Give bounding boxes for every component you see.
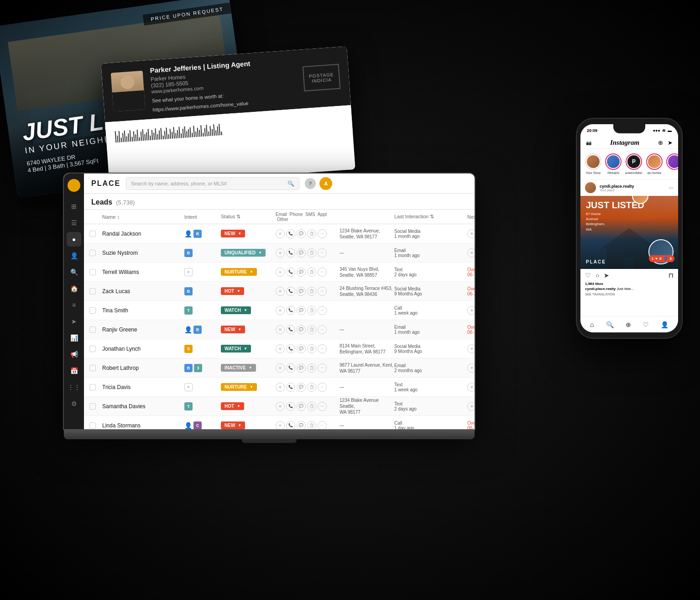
- appt-icon[interactable]: 📋: [307, 421, 316, 430]
- other-icon[interactable]: ···: [318, 268, 327, 277]
- row-checkbox[interactable]: [89, 307, 102, 314]
- phone-icon[interactable]: 📞: [286, 344, 295, 353]
- add-task[interactable]: +: [467, 363, 475, 373]
- lead-name[interactable]: Tricia Davis: [102, 384, 184, 390]
- other-icon[interactable]: ···: [318, 402, 327, 411]
- lead-status[interactable]: INACTIVE ▼: [221, 364, 276, 372]
- ig-nav-home[interactable]: ⌂: [590, 321, 594, 328]
- sidebar-icon-megaphone[interactable]: 📢: [67, 347, 81, 362]
- row-checkbox[interactable]: [89, 422, 102, 429]
- appt-icon[interactable]: 📋: [307, 306, 316, 315]
- row-checkbox[interactable]: [89, 231, 102, 237]
- sidebar-icon-list[interactable]: ≡: [67, 298, 81, 312]
- phone-icon[interactable]: 📞: [286, 229, 295, 238]
- email-icon[interactable]: ☺: [276, 325, 285, 334]
- sms-icon[interactable]: 💬: [297, 268, 306, 277]
- other-icon[interactable]: ···: [318, 363, 327, 373]
- col-name[interactable]: Name ↕: [102, 214, 184, 220]
- sms-icon[interactable]: 💬: [297, 287, 306, 296]
- lead-status[interactable]: HOT ▼: [221, 287, 276, 295]
- appt-icon[interactable]: 📋: [307, 363, 316, 373]
- lead-status[interactable]: HOT ▼: [221, 402, 276, 410]
- phone-icon[interactable]: 📞: [286, 248, 295, 258]
- col-status[interactable]: Status ⇅: [221, 214, 276, 220]
- phone-icon[interactable]: 📞: [286, 421, 295, 430]
- sms-icon[interactable]: 💬: [297, 363, 306, 373]
- row-checkbox[interactable]: [89, 365, 102, 371]
- other-icon[interactable]: ···: [318, 383, 327, 392]
- sms-icon[interactable]: 💬: [297, 229, 306, 238]
- ig-nav-search[interactable]: 🔍: [606, 321, 614, 328]
- sidebar-icon-settings[interactable]: ⚙: [67, 396, 81, 411]
- story-2[interactable]: P powerofplace: [625, 153, 643, 174]
- add-task[interactable]: +: [467, 402, 475, 411]
- your-story[interactable]: Your Story: [585, 153, 601, 174]
- row-checkbox[interactable]: [89, 384, 102, 390]
- lead-status[interactable]: NURTURE ▼: [221, 268, 276, 276]
- story-4[interactable]: [666, 153, 678, 174]
- appt-icon[interactable]: 📋: [307, 344, 316, 353]
- sidebar-icon-doc[interactable]: ☰: [67, 216, 81, 230]
- email-icon[interactable]: ☺: [276, 421, 285, 430]
- add-task[interactable]: +: [467, 248, 475, 258]
- phone-icon[interactable]: 📞: [286, 268, 295, 277]
- story-1[interactable]: #thegirls: [605, 153, 622, 174]
- lead-name[interactable]: Randal Jackson: [102, 231, 184, 237]
- email-icon[interactable]: ☺: [276, 248, 285, 258]
- lead-status[interactable]: NURTURE ▼: [221, 383, 276, 391]
- add-task[interactable]: +: [467, 344, 475, 353]
- sidebar-icon-grid[interactable]: ⊞: [67, 199, 81, 214]
- add-task[interactable]: +: [467, 383, 475, 392]
- sidebar-icon-person[interactable]: 👤: [67, 248, 81, 263]
- sms-icon[interactable]: 💬: [297, 402, 306, 411]
- sidebar-icon-search[interactable]: 🔍: [67, 265, 81, 279]
- row-checkbox[interactable]: [89, 250, 102, 256]
- help-button[interactable]: ?: [305, 178, 316, 189]
- email-icon[interactable]: ☺: [276, 383, 285, 392]
- see-translation[interactable]: SEE TRANSLATION: [580, 293, 678, 298]
- appt-icon[interactable]: 📋: [307, 325, 316, 334]
- other-icon[interactable]: ···: [318, 306, 327, 315]
- row-checkbox[interactable]: [89, 403, 102, 410]
- row-checkbox[interactable]: [89, 269, 102, 275]
- sms-icon[interactable]: 💬: [297, 248, 306, 258]
- email-icon[interactable]: ☺: [276, 402, 285, 411]
- email-icon[interactable]: ☺: [276, 287, 285, 296]
- lead-status[interactable]: NEW ▼: [221, 230, 276, 237]
- sms-icon[interactable]: 💬: [297, 421, 306, 430]
- lead-status[interactable]: NEW ▼: [221, 421, 276, 429]
- lead-name[interactable]: Linda Stormans: [102, 422, 184, 429]
- ig-share-icon[interactable]: ➤: [604, 272, 609, 279]
- sms-icon[interactable]: 💬: [297, 306, 306, 315]
- sidebar-icon-chart[interactable]: 📊: [67, 331, 81, 345]
- other-icon[interactable]: ···: [318, 248, 327, 258]
- sidebar-icon-calendar[interactable]: 📅: [67, 363, 81, 378]
- lead-name[interactable]: Zack Lucas: [102, 288, 184, 295]
- user-avatar[interactable]: A: [319, 177, 332, 190]
- lead-status[interactable]: UNQUALIFIED ▼: [221, 249, 276, 257]
- appt-icon[interactable]: 📋: [307, 248, 316, 258]
- lead-name[interactable]: Jonathan Lynch: [102, 346, 184, 352]
- lead-status[interactable]: NEW ▼: [221, 326, 276, 333]
- search-bar[interactable]: Search by name, address, phone, or MLS# …: [126, 177, 299, 190]
- ig-post-username[interactable]: cyndi.place.realty: [600, 184, 634, 189]
- add-post-icon[interactable]: ⊕: [658, 139, 663, 146]
- lead-name[interactable]: Ranjiv Greene: [102, 326, 184, 333]
- other-icon[interactable]: ···: [318, 287, 327, 296]
- email-icon[interactable]: ☺: [276, 306, 285, 315]
- lead-name[interactable]: Tina Smith: [102, 307, 184, 314]
- lead-status[interactable]: WATCH ▼: [221, 345, 276, 353]
- lead-name[interactable]: Robert Lathrop: [102, 365, 184, 371]
- ig-heart-icon[interactable]: ♡: [585, 272, 591, 279]
- row-checkbox[interactable]: [89, 346, 102, 352]
- sms-icon[interactable]: 💬: [297, 344, 306, 353]
- email-icon[interactable]: ☺: [276, 229, 285, 238]
- sidebar-icon-send[interactable]: ➤: [67, 314, 81, 329]
- lead-name[interactable]: Samantha Davies: [102, 403, 184, 410]
- other-icon[interactable]: ···: [318, 421, 327, 430]
- ig-save-icon[interactable]: ⊓: [669, 272, 674, 279]
- phone-icon[interactable]: 📞: [286, 363, 295, 373]
- add-task[interactable]: +: [467, 306, 475, 315]
- sidebar-icon-home[interactable]: 🏠: [67, 281, 81, 296]
- other-icon[interactable]: ···: [318, 325, 327, 334]
